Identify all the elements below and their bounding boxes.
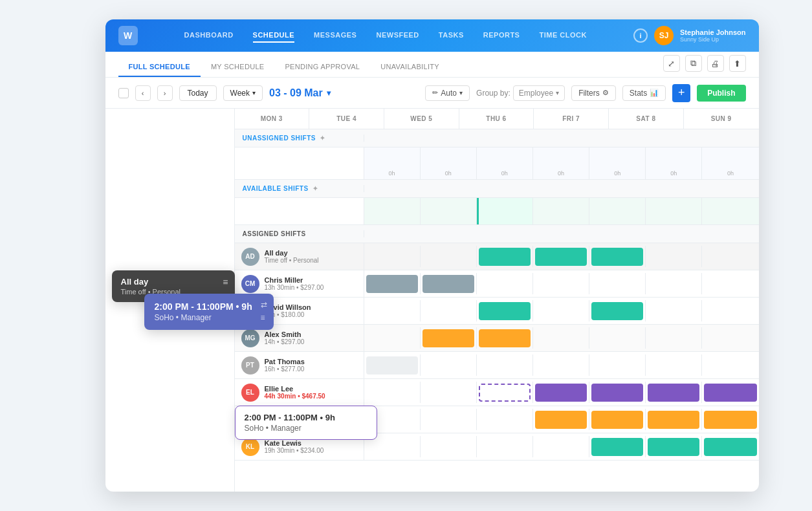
shift-thu-david[interactable] [533,300,589,321]
group-by-selector[interactable]: Group by: Employee ▾ [476,85,565,101]
prev-week-button[interactable]: ‹ [135,85,151,101]
shift-thu-allday[interactable] [533,246,589,267]
next-week-button[interactable]: › [157,85,173,101]
shift-wed-mgr[interactable] [477,327,533,349]
shift-fri-ellie[interactable] [589,382,646,403]
shift-thu-chris[interactable] [533,273,589,294]
ellie-shifts [364,379,759,406]
emp-avatar-kate: KL [241,438,259,456]
shift-mon-light[interactable] [364,354,421,376]
shift-tue-chris[interactable] [421,273,477,294]
shift-sat-ellie[interactable] [646,382,702,403]
nav-newsfeed[interactable]: NEWSFEED [376,28,419,43]
employee-row-ellie: EL Ellie Lee 44h 30min • $467.50 [235,379,759,406]
filters-button[interactable]: Filters ⚙ [571,85,616,101]
shift-sat-allday[interactable] [646,246,702,267]
available-section-header: AVAILABLE SHIFTS ✦ [235,180,759,198]
app-container: W DASHBOARD SCHEDULE MESSAGES NEWSFEED T… [105,19,759,492]
nav-messages[interactable]: MESSAGES [314,28,357,43]
sub-tabs: FULL SCHEDULE MY SCHEDULE PENDING APPROV… [118,58,450,77]
shift-mon-chris[interactable] [364,273,421,294]
date-range[interactable]: 03 - 09 Mar ▾ [269,87,331,99]
shift-wed-chris[interactable] [477,273,533,294]
refresh-icon[interactable]: ⇄ [261,300,267,309]
nav-tasks[interactable]: TASKS [439,28,464,43]
shift-tue-jeremy[interactable] [421,409,477,430]
shift-block[interactable] [591,248,643,266]
nav-timeclock[interactable]: TIME CLOCK [539,28,586,43]
copy-icon[interactable]: ⧉ [685,55,702,72]
shift-mon-ellie[interactable] [364,382,421,403]
shift-sun-david[interactable] [702,300,758,321]
shift-thu-mgr[interactable] [533,327,589,349]
shift-sun-chris[interactable] [702,273,758,294]
shift-thu-kate[interactable] [533,436,589,457]
shift-sun-allday[interactable] [702,246,758,267]
shift-mon-allday[interactable] [364,246,421,267]
popup-menu-icon[interactable]: ≡ [223,277,228,287]
shift-fri-light[interactable] [589,354,646,376]
shift-fri-jeremy[interactable] [589,409,646,430]
shift-tue-ellie[interactable] [421,382,477,403]
shift-fri-allday[interactable] [589,246,646,267]
tab-my-schedule[interactable]: MY SCHEDULE [201,58,275,77]
shift-tue-mgr[interactable] [421,327,477,349]
shift-mon-david[interactable] [364,300,421,321]
shift-block[interactable] [479,248,531,266]
shift-sat-kate[interactable] [646,436,702,457]
shift-fri-kate[interactable] [589,436,646,457]
shift-tue-allday[interactable] [421,246,477,267]
shift-sun-ellie[interactable] [702,382,758,403]
shift-wed-jeremy[interactable] [477,409,533,430]
david-shifts [364,298,759,324]
shift-fri-mgr[interactable] [589,327,646,349]
shift-tue-light[interactable] [421,354,477,376]
tooltip-time: 2:00 PM - 11:00PM • 9h [155,301,263,312]
shift-wed-kate[interactable] [477,436,533,457]
shift-sat-jeremy[interactable] [646,409,702,430]
today-button[interactable]: Today [179,85,217,101]
tab-unavailability[interactable]: UNAVAILABILITY [370,58,450,77]
shift-sat-light[interactable] [646,354,702,376]
nav-dashboard[interactable]: DASHBOARD [184,28,234,43]
shift-wed-allday[interactable] [477,246,533,267]
nav-right: i SJ Stephanie Johnson Sunny Side Up [633,26,745,45]
shift-sun-kate[interactable] [702,436,758,457]
shift-fri-david[interactable] [589,300,646,321]
shift-sat-mgr[interactable] [646,327,702,349]
week-selector[interactable]: Week ▾ [223,85,263,101]
nav-schedule[interactable]: SCHEDULE [253,28,295,43]
shift-thu-jeremy[interactable] [533,409,589,430]
shift-thu-light[interactable] [533,354,589,376]
shift-wed-david[interactable] [477,300,533,321]
shift-sun-light[interactable] [702,354,758,376]
shift-sat-david[interactable] [646,300,702,321]
tab-full-schedule[interactable]: FULL SCHEDULE [118,58,201,77]
shift-block[interactable] [535,248,587,266]
add-shift-button[interactable]: + [672,84,690,102]
shift-fri-chris[interactable] [589,273,646,294]
shift-tue-david[interactable] [421,300,477,321]
day-fri: FRI 7 [534,109,609,129]
nav-reports[interactable]: REPORTS [483,28,520,43]
shift-sun-jeremy[interactable] [702,409,758,430]
share-icon[interactable]: ⬆ [729,55,746,72]
shift-mon-mgr[interactable] [364,327,421,349]
shift-thu-ellie[interactable] [533,382,589,403]
info-icon[interactable]: i [633,28,648,43]
shift-sun-mgr[interactable] [702,327,758,349]
shift-wed-light[interactable] [477,354,533,376]
shift-tue-kate[interactable] [421,436,477,457]
select-all-checkbox[interactable] [118,88,129,98]
menu-icon[interactable]: ≡ [261,313,267,322]
emp-name-light: Pat Thomas [265,358,305,365]
auto-button[interactable]: ✏ Auto ▾ [425,85,470,101]
user-avatar[interactable]: SJ [654,26,674,45]
print-icon[interactable]: 🖨 [707,55,724,72]
tab-pending-approval[interactable]: PENDING APPROVAL [274,58,370,77]
expand-icon[interactable]: ⤢ [663,55,680,72]
shift-sat-chris[interactable] [646,273,702,294]
stats-button[interactable]: Stats 📊 [622,85,666,101]
publish-button[interactable]: Publish [697,85,745,102]
shift-wed-ellie[interactable] [477,382,533,403]
